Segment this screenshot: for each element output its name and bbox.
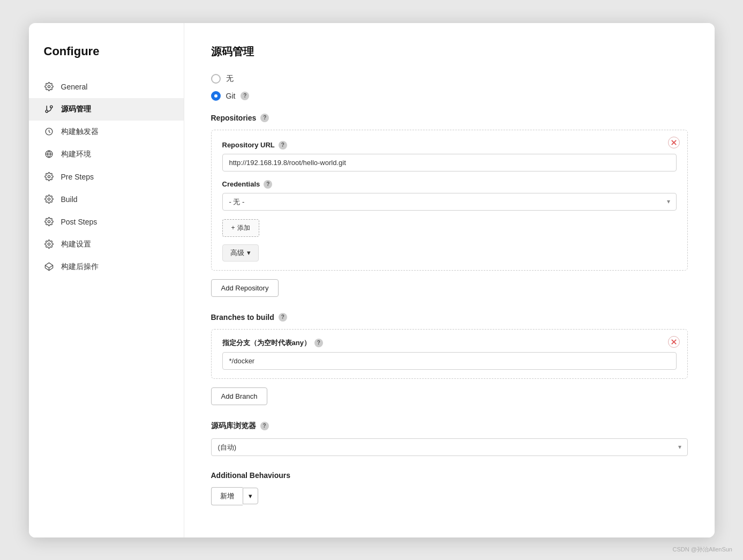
sidebar-item-build-settings[interactable]: 构建设置 <box>29 233 184 256</box>
sidebar-item-build-trigger[interactable]: 构建触发器 <box>29 121 184 143</box>
sidebar-item-build-trigger-label: 构建触发器 <box>61 127 99 137</box>
scm-radio-group: 无 Git ? <box>211 74 688 101</box>
add-repository-button[interactable]: Add Repository <box>211 279 279 297</box>
svg-point-7 <box>48 175 50 177</box>
repository-url-label: Repository URL <box>222 141 275 149</box>
add-branch-button[interactable]: Add Branch <box>211 387 268 405</box>
main-content: 源码管理 无 Git ? Repositories ? <box>184 23 715 537</box>
branch-close-button[interactable] <box>668 336 680 348</box>
add-new-dropdown-button[interactable]: ▾ <box>243 488 258 504</box>
advanced-button[interactable]: 高级 ▾ <box>222 244 259 262</box>
svg-point-2 <box>50 106 52 108</box>
credentials-label-row: Credentials ? <box>222 180 677 189</box>
radio-git-circle <box>211 91 221 101</box>
branches-to-build-help-icon[interactable]: ? <box>279 313 287 322</box>
post-steps-icon <box>44 216 55 227</box>
repository-url-label-row: Repository URL ? <box>222 141 677 150</box>
add-new-button[interactable]: 新增 <box>211 487 243 505</box>
add-credentials-button[interactable]: + 添加 <box>222 219 259 237</box>
radio-none[interactable]: 无 <box>211 74 688 84</box>
svg-point-0 <box>48 85 50 87</box>
sidebar-item-build-settings-label: 构建设置 <box>61 240 91 249</box>
app-window: Configure General 源码管理 构建触发器 <box>29 23 715 537</box>
gear-icon <box>44 81 55 92</box>
repository-url-help-icon[interactable]: ? <box>279 141 287 150</box>
repository-url-input[interactable] <box>222 154 677 171</box>
source-browser-section: 源码库浏览器 ? (自动) ▾ <box>211 421 688 456</box>
sidebar-item-post-steps[interactable]: Post Steps <box>29 211 184 233</box>
credentials-select[interactable]: - 无 - <box>222 193 677 211</box>
build-icon <box>44 194 55 205</box>
branch-box: 指定分支（为空时代表any） ? <box>211 329 688 379</box>
repositories-help-icon[interactable]: ? <box>260 114 269 122</box>
branch-specifier-input[interactable] <box>222 352 677 370</box>
svg-point-9 <box>48 220 50 222</box>
repositories-section-label: Repositories ? <box>211 114 688 122</box>
page-title: 源码管理 <box>211 44 688 59</box>
branch-icon <box>44 104 55 115</box>
svg-point-3 <box>46 110 48 113</box>
add-icon: + <box>231 224 235 232</box>
clock-icon <box>44 126 55 137</box>
svg-point-10 <box>48 243 50 245</box>
source-browser-select[interactable]: (自动) <box>211 438 688 456</box>
add-new-label: 新增 <box>220 491 234 501</box>
sidebar-item-post-build-label: 构建后操作 <box>61 262 99 272</box>
radio-none-label: 无 <box>226 74 234 84</box>
sidebar-item-source-management-label: 源码管理 <box>61 104 91 114</box>
sidebar-item-build-env[interactable]: 构建环境 <box>29 143 184 166</box>
git-help-icon[interactable]: ? <box>241 92 249 100</box>
branch-specifier-label: 指定分支（为空时代表any） <box>222 338 311 348</box>
sidebar-item-source-management[interactable]: 源码管理 <box>29 98 184 121</box>
branch-specifier-label-row: 指定分支（为空时代表any） ? <box>222 338 677 348</box>
source-browser-label: 源码库浏览器 <box>211 421 256 431</box>
advanced-chevron-icon: ▾ <box>247 249 251 257</box>
sidebar-item-general-label: General <box>61 83 88 91</box>
repository-url-group: Repository URL ? <box>222 141 677 171</box>
globe-icon <box>44 149 55 160</box>
radio-none-circle <box>211 74 221 84</box>
add-credentials-label: 添加 <box>237 223 250 233</box>
cube-icon <box>44 262 55 272</box>
sidebar-item-build-env-label: 构建环境 <box>61 150 91 159</box>
additional-behaviours-label-row: Additional Behaviours <box>211 471 688 480</box>
add-repository-label: Add Repository <box>221 284 269 292</box>
branches-to-build-label: Branches to build <box>211 313 274 322</box>
credentials-label: Credentials <box>222 180 260 188</box>
additional-behaviours-label: Additional Behaviours <box>211 471 291 480</box>
build-settings-icon <box>44 239 55 250</box>
svg-point-8 <box>48 198 50 200</box>
radio-git-label: Git <box>226 92 236 100</box>
sidebar-item-post-steps-label: Post Steps <box>61 218 97 226</box>
advanced-section: 高级 ▾ <box>222 244 677 262</box>
credentials-select-wrapper: - 无 - ▾ <box>222 193 677 211</box>
sidebar-item-pre-steps-label: Pre Steps <box>61 173 94 181</box>
sidebar-item-general[interactable]: General <box>29 76 184 98</box>
additional-behaviours-section: Additional Behaviours 新增 ▾ <box>211 471 688 505</box>
sidebar-title: Configure <box>29 44 184 76</box>
credentials-group: Credentials ? - 无 - ▾ <box>222 180 677 211</box>
sidebar-item-build-label: Build <box>61 195 78 204</box>
repositories-label: Repositories <box>211 114 257 122</box>
sidebar-item-pre-steps[interactable]: Pre Steps <box>29 166 184 188</box>
add-branch-label: Add Branch <box>221 392 258 400</box>
sidebar-item-post-build[interactable]: 构建后操作 <box>29 256 184 278</box>
source-browser-select-wrapper: (自动) ▾ <box>211 438 688 456</box>
pre-steps-icon <box>44 171 55 182</box>
source-browser-help-icon[interactable]: ? <box>260 422 269 430</box>
sidebar: Configure General 源码管理 构建触发器 <box>29 23 184 537</box>
branch-specifier-help-icon[interactable]: ? <box>314 339 323 347</box>
repository-close-button[interactable] <box>668 137 680 148</box>
advanced-label: 高级 <box>230 248 244 258</box>
repository-box: Repository URL ? Credentials ? - 无 - ▾ <box>211 130 688 271</box>
credentials-help-icon[interactable]: ? <box>264 180 272 189</box>
branches-to-build-section-label: Branches to build ? <box>211 313 688 322</box>
watermark: CSDN @孙治AllenSun <box>673 546 732 554</box>
source-browser-label-row: 源码库浏览器 ? <box>211 421 688 431</box>
add-new-dropdown-icon: ▾ <box>249 492 252 500</box>
radio-git[interactable]: Git ? <box>211 91 688 101</box>
sidebar-item-build[interactable]: Build <box>29 188 184 211</box>
